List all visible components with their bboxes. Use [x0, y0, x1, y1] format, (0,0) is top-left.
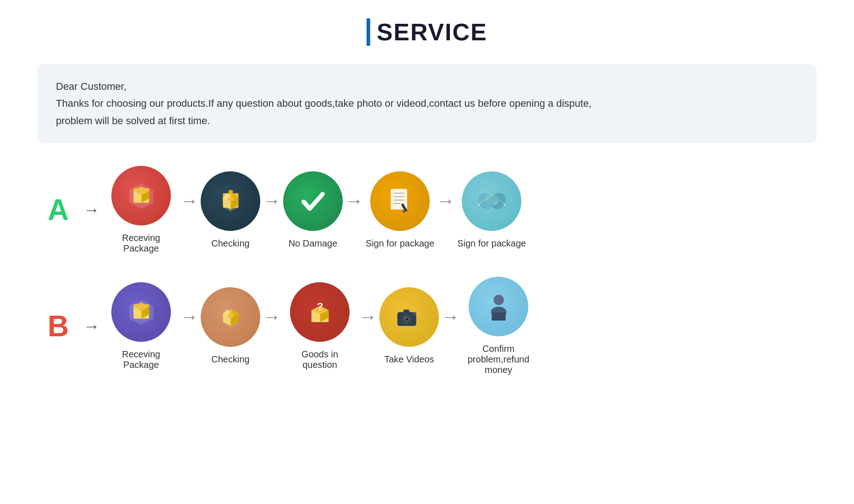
icon-sign2	[462, 171, 521, 231]
svg-rect-53	[493, 313, 504, 319]
label-refund: Confirm problem,refund money	[462, 344, 535, 375]
label-question: Goods in question	[283, 349, 356, 370]
flow-item-checking-b: Checking	[201, 287, 260, 365]
info-line3: problem will be solved at first time.	[56, 112, 798, 129]
arrow-a-1: →	[180, 191, 198, 211]
title-accent-bar	[367, 18, 370, 46]
label-video: Take Videos	[384, 354, 434, 365]
icon-receiving-a	[111, 166, 171, 225]
label-checking-a: Checking	[211, 238, 249, 249]
flow-item-sign1: Sign for package	[366, 171, 434, 249]
icon-sign1	[370, 171, 430, 231]
flow-item-video: Take Videos	[379, 287, 439, 365]
svg-point-49	[405, 317, 406, 318]
arrow-b-3: →	[359, 307, 377, 327]
flow-row-b: B → Receving Package →	[38, 277, 816, 375]
info-line1: Dear Customer,	[56, 78, 798, 95]
flow-item-question: ? Goods in question	[283, 282, 356, 370]
flow-item-refund: Confirm problem,refund money	[462, 277, 535, 375]
label-receiving-a: Receving Package	[104, 233, 178, 254]
flow-item-sign2: Sign for package	[457, 171, 526, 249]
arrow-b-2: →	[263, 307, 281, 327]
label-sign2: Sign for package	[457, 238, 526, 249]
svg-point-48	[413, 312, 416, 316]
icon-nodamage	[283, 171, 343, 231]
flow-item-checking-a: Checking	[201, 171, 260, 249]
row-b-label: B	[38, 309, 79, 343]
info-line2: Thanks for choosing our products.If any …	[56, 95, 798, 112]
icon-question: ?	[290, 282, 350, 342]
arrow-b-0: →	[83, 317, 100, 336]
label-checking-b: Checking	[211, 354, 249, 365]
flow-item-receiving-b: Receving Package	[104, 282, 178, 370]
arrow-b-1: →	[180, 307, 198, 327]
label-nodamage: No Damage	[289, 238, 338, 249]
arrow-a-0: →	[83, 200, 100, 219]
svg-text:?: ?	[317, 301, 323, 312]
icon-receiving-b	[111, 282, 171, 342]
flow-item-receiving-a: Receving Package	[104, 166, 178, 254]
icon-checking-a	[201, 171, 260, 231]
svg-rect-47	[403, 309, 409, 313]
icon-video	[379, 287, 439, 347]
icon-refund	[469, 277, 528, 336]
page-header: SERVICE	[367, 18, 487, 46]
svg-point-50	[493, 295, 504, 305]
arrow-a-3: →	[345, 191, 363, 211]
label-sign1: Sign for package	[366, 238, 434, 249]
icon-checking-b	[201, 287, 260, 347]
arrow-b-4: →	[441, 307, 460, 327]
row-a-label: A	[38, 193, 79, 227]
label-receiving-b: Receving Package	[104, 349, 178, 370]
flow-item-nodamage: No Damage	[283, 171, 343, 249]
arrow-a-4: →	[437, 191, 455, 211]
flow-row-a: A → Receving Package →	[38, 166, 816, 254]
arrow-a-2: →	[263, 191, 281, 211]
info-box: Dear Customer, Thanks for choosing our p…	[38, 64, 816, 143]
page-title: SERVICE	[377, 18, 487, 46]
